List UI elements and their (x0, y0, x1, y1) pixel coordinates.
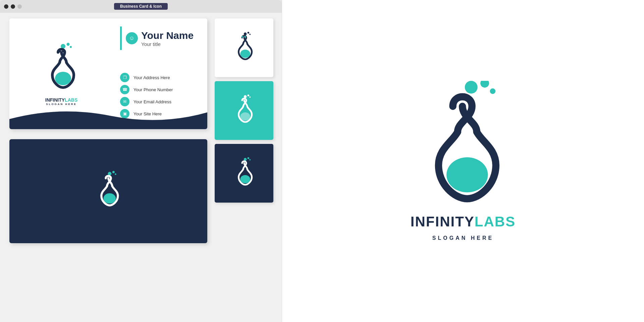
address-text: Your Address Here (133, 75, 170, 80)
svg-point-7 (112, 171, 115, 173)
icon-card-dark (215, 144, 273, 203)
svg-point-1 (67, 43, 70, 46)
card-your-title: Your title (141, 41, 194, 47)
svg-point-16 (244, 95, 247, 98)
logo-svg-icon-white (231, 31, 258, 65)
svg-point-12 (249, 34, 251, 35)
svg-point-19 (240, 112, 250, 120)
svg-point-8 (115, 173, 116, 175)
logo-svg-icon-dark (231, 157, 258, 190)
icon-card-teal (215, 81, 273, 140)
svg-point-0 (61, 44, 65, 49)
phone-item: ☎ Your Phone Number (120, 85, 201, 94)
phone-icon: ☎ (120, 85, 129, 94)
svg-point-27 (446, 157, 488, 193)
svg-point-23 (240, 175, 250, 183)
svg-point-5 (62, 49, 65, 53)
name-text-block: Your Name Your title (141, 30, 194, 47)
close-button[interactable] (4, 4, 8, 9)
logo-svg-card-front (40, 42, 83, 96)
icon-card-white (215, 18, 273, 77)
svg-point-17 (247, 94, 249, 96)
svg-point-6 (108, 172, 111, 175)
brand-infinity-small: INFINITY (45, 97, 65, 103)
svg-point-18 (249, 96, 251, 98)
minimize-button[interactable] (11, 4, 15, 9)
svg-point-26 (490, 89, 495, 94)
svg-point-20 (244, 158, 247, 161)
card-your-name: Your Name (141, 30, 194, 41)
svg-point-3 (55, 72, 71, 85)
email-text: Your Email Address (133, 99, 171, 104)
titlebar: Business Card & Icon (0, 0, 282, 13)
brand-labs-small: LABS (65, 97, 77, 103)
large-brand-name: INFINITY LABS (411, 214, 516, 230)
address-item: ❐ Your Address Here (120, 73, 201, 82)
phone-text: Your Phone Number (133, 87, 173, 92)
logo-svg-large (410, 81, 517, 208)
card-brand-name: INFINITY LABS (45, 97, 77, 103)
logo-svg-card-back (92, 169, 125, 213)
window-frame: Business Card & Icon (0, 0, 282, 322)
maximize-button[interactable] (17, 4, 22, 9)
svg-point-10 (244, 32, 247, 35)
large-brand-slogan: SLOGAN HERE (432, 235, 494, 241)
preview-area: INFINITY LABS SLOGAN HERE (282, 0, 644, 322)
email-item: ✉ Your Email Address (120, 97, 201, 106)
large-brand-infinity: INFINITY (411, 214, 475, 230)
card-name-block: ☺ Your Name Your title (120, 26, 201, 50)
icon-cards-column (215, 18, 273, 203)
svg-point-24 (465, 81, 477, 94)
card-back-logo (92, 169, 125, 213)
svg-point-4 (57, 49, 61, 53)
svg-point-21 (247, 157, 249, 159)
svg-point-2 (70, 46, 72, 48)
svg-point-25 (480, 81, 489, 88)
card-brand-slogan: SLOGAN HERE (46, 103, 77, 106)
svg-point-22 (249, 159, 251, 160)
svg-point-9 (103, 193, 116, 204)
svg-point-13 (240, 49, 250, 58)
card-wave (9, 106, 207, 129)
svg-point-14 (241, 36, 243, 38)
large-brand-labs: LABS (475, 214, 516, 230)
large-logo-container: INFINITY LABS SLOGAN HERE (410, 81, 517, 241)
email-icon: ✉ (120, 97, 129, 106)
logo-svg-icon-teal (231, 94, 258, 127)
name-divider (120, 26, 122, 50)
window-title: Business Card & Icon (114, 3, 168, 10)
business-card-back (9, 139, 207, 243)
address-icon: ❐ (120, 73, 129, 82)
business-card-front: INFINITY LABS SLOGAN HERE ☺ Your Name Yo… (9, 18, 207, 129)
svg-point-11 (247, 32, 249, 34)
person-icon: ☺ (126, 32, 138, 44)
svg-point-15 (244, 36, 246, 38)
